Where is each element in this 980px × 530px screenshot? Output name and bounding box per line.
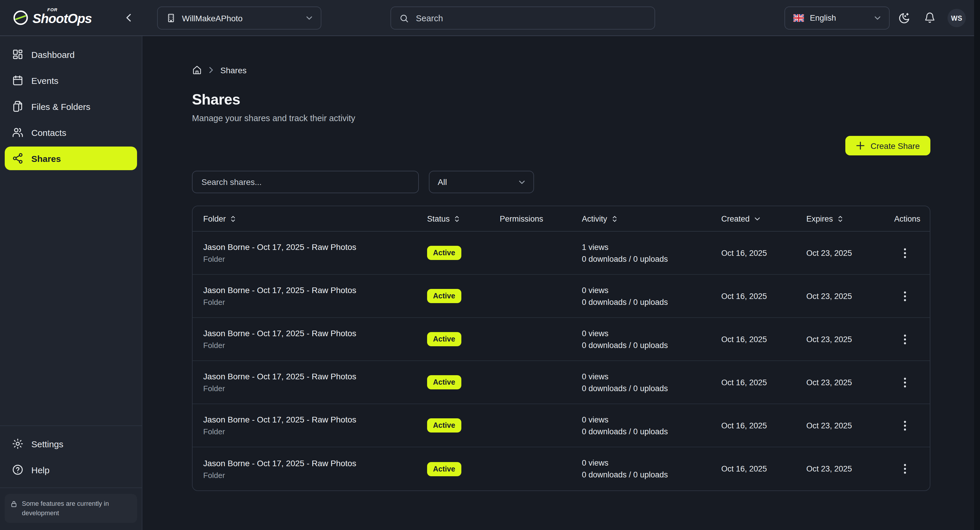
sidebar-item-help[interactable]: Help bbox=[5, 458, 137, 482]
sidebar-nav: Dashboard Events Files & Folders bbox=[0, 36, 142, 177]
calendar-icon bbox=[12, 75, 24, 86]
share-icon bbox=[12, 153, 24, 164]
table-row[interactable]: Jason Borne - Oct 17, 2025 - Raw Photos … bbox=[192, 232, 930, 275]
create-share-label: Create Share bbox=[870, 141, 920, 150]
notifications-button[interactable] bbox=[923, 10, 937, 25]
created-date: Oct 16, 2025 bbox=[721, 378, 806, 387]
status-badge: Active bbox=[427, 418, 461, 433]
downloads-uploads-count: 0 downloads / 0 uploads bbox=[582, 470, 721, 479]
row-actions-button[interactable] bbox=[900, 245, 909, 260]
workspace-selector[interactable]: WillMakeAPhoto bbox=[157, 6, 321, 30]
status-cell: Active bbox=[427, 418, 500, 433]
lock-icon bbox=[11, 500, 17, 508]
share-folder-name: Jason Borne - Oct 17, 2025 - Raw Photos bbox=[203, 458, 427, 468]
row-actions-button[interactable] bbox=[900, 418, 909, 433]
logo-area: ShootOps FOR bbox=[0, 0, 142, 35]
sidebar-item-label: Files & Folders bbox=[31, 101, 91, 111]
column-header-expires[interactable]: Expires bbox=[806, 214, 889, 223]
shares-search-input[interactable] bbox=[200, 177, 410, 187]
status-cell: Active bbox=[427, 332, 500, 346]
activity-cell: 0 views 0 downloads / 0 uploads bbox=[582, 329, 721, 350]
page-title: Shares bbox=[192, 91, 931, 108]
status-cell: Active bbox=[427, 289, 500, 303]
sidebar-item-events[interactable]: Events bbox=[5, 68, 137, 92]
status-badge: Active bbox=[427, 289, 461, 303]
kebab-menu-icon bbox=[904, 377, 906, 387]
table-row[interactable]: Jason Borne - Oct 17, 2025 - Raw Photos … bbox=[192, 318, 930, 361]
status-cell: Active bbox=[427, 375, 500, 389]
chevron-down-icon bbox=[306, 16, 312, 20]
share-folder-name: Jason Borne - Oct 17, 2025 - Raw Photos bbox=[203, 415, 427, 424]
folder-cell: Jason Borne - Oct 17, 2025 - Raw Photos … bbox=[203, 328, 427, 350]
scrollbar-track[interactable] bbox=[974, 0, 980, 530]
sidebar-item-dashboard[interactable]: Dashboard bbox=[5, 43, 137, 66]
sidebar-item-label: Dashboard bbox=[31, 49, 75, 59]
sidebar-item-label: Help bbox=[31, 465, 49, 475]
sidebar-item-files-folders[interactable]: Files & Folders bbox=[5, 94, 137, 118]
sidebar-item-label: Settings bbox=[31, 439, 63, 449]
table-row[interactable]: Jason Borne - Oct 17, 2025 - Raw Photos … bbox=[192, 447, 930, 490]
share-folder-name: Jason Borne - Oct 17, 2025 - Raw Photos bbox=[203, 372, 427, 381]
create-share-button[interactable]: Create Share bbox=[845, 136, 931, 155]
folder-cell: Jason Borne - Oct 17, 2025 - Raw Photos … bbox=[203, 458, 427, 479]
column-header-permissions: Permissions bbox=[500, 214, 582, 223]
app: ShootOps FOR WillMakeAPhoto bbox=[0, 0, 980, 530]
building-icon bbox=[166, 13, 176, 23]
column-header-status[interactable]: Status bbox=[427, 214, 500, 223]
sidebar-item-shares[interactable]: Shares bbox=[5, 146, 137, 170]
sidebar-item-label: Shares bbox=[31, 153, 61, 163]
column-header-folder[interactable]: Folder bbox=[203, 214, 427, 223]
breadcrumb-current: Shares bbox=[220, 65, 247, 75]
files-icon bbox=[12, 100, 24, 112]
gear-icon bbox=[12, 438, 24, 450]
row-actions-button[interactable] bbox=[900, 462, 909, 476]
chevron-down-icon bbox=[754, 216, 760, 221]
status-badge: Active bbox=[427, 375, 461, 389]
actions-cell bbox=[889, 375, 920, 390]
help-circle-icon bbox=[12, 464, 24, 476]
moon-stars-icon bbox=[898, 11, 911, 24]
language-selector[interactable]: English bbox=[784, 6, 889, 30]
created-date: Oct 16, 2025 bbox=[721, 291, 806, 301]
folder-cell: Jason Borne - Oct 17, 2025 - Raw Photos … bbox=[203, 285, 427, 307]
kebab-menu-icon bbox=[904, 291, 906, 301]
user-avatar[interactable]: WS bbox=[948, 9, 966, 27]
avatar-initials: WS bbox=[951, 14, 962, 22]
actions-cell bbox=[889, 332, 920, 347]
dashboard-icon bbox=[12, 48, 24, 60]
sidebar-item-label: Contacts bbox=[31, 127, 66, 137]
row-actions-button[interactable] bbox=[900, 375, 909, 390]
downloads-uploads-count: 0 downloads / 0 uploads bbox=[582, 384, 721, 393]
logo-mark-icon bbox=[13, 10, 29, 25]
column-header-created[interactable]: Created bbox=[721, 214, 806, 223]
sidebar-spacer bbox=[0, 177, 142, 425]
row-actions-button[interactable] bbox=[900, 332, 909, 347]
column-header-activity[interactable]: Activity bbox=[582, 214, 721, 223]
status-cell: Active bbox=[427, 462, 500, 476]
theme-toggle-button[interactable] bbox=[897, 10, 912, 25]
expires-date: Oct 23, 2025 bbox=[806, 465, 889, 473]
dev-note-section: Some features are currently in developme… bbox=[0, 487, 142, 530]
table-row[interactable]: Jason Borne - Oct 17, 2025 - Raw Photos … bbox=[192, 361, 930, 404]
share-folder-type: Folder bbox=[203, 427, 427, 436]
sidebar-collapse-button[interactable] bbox=[125, 13, 132, 23]
language-label: English bbox=[810, 14, 836, 22]
dev-note: Some features are currently in developme… bbox=[5, 494, 137, 523]
actions-cell bbox=[889, 462, 920, 476]
row-actions-button[interactable] bbox=[900, 289, 909, 303]
share-folder-name: Jason Borne - Oct 17, 2025 - Raw Photos bbox=[203, 285, 427, 295]
share-folder-type: Folder bbox=[203, 298, 427, 307]
table-row[interactable]: Jason Borne - Oct 17, 2025 - Raw Photos … bbox=[192, 404, 930, 447]
app-logo[interactable]: ShootOps FOR bbox=[13, 10, 92, 25]
global-search-input[interactable] bbox=[415, 13, 646, 23]
chevrons-up-down-icon bbox=[838, 215, 843, 223]
sidebar-item-settings[interactable]: Settings bbox=[5, 432, 137, 455]
breadcrumb-home-button[interactable] bbox=[192, 65, 202, 75]
kebab-menu-icon bbox=[904, 420, 906, 430]
created-date: Oct 16, 2025 bbox=[721, 335, 806, 344]
sidebar-item-contacts[interactable]: Contacts bbox=[5, 121, 137, 144]
table-row[interactable]: Jason Borne - Oct 17, 2025 - Raw Photos … bbox=[192, 275, 930, 318]
search-icon bbox=[399, 13, 409, 23]
status-filter-select[interactable]: All bbox=[429, 171, 534, 193]
sidebar: Dashboard Events Files & Folders bbox=[0, 36, 142, 530]
